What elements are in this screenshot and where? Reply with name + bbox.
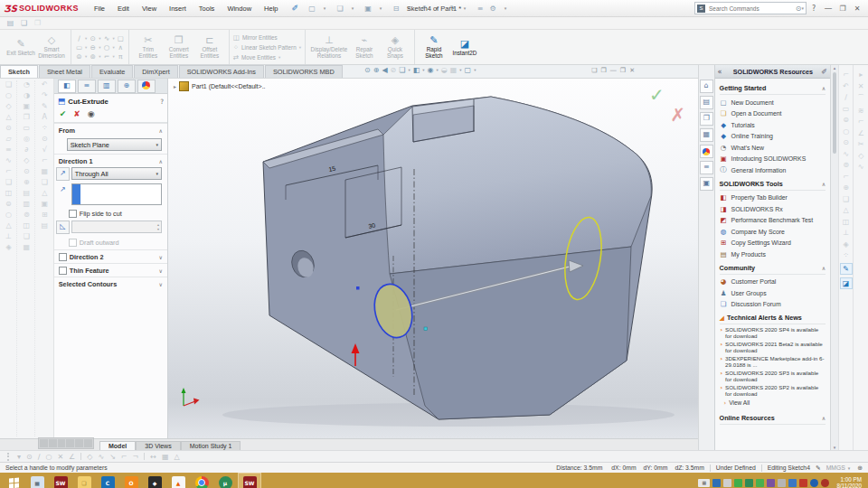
link-copy-settings-wizard[interactable]: ⊞Copy Settings Wizard — [719, 238, 827, 249]
tool-icon[interactable]: ◫ — [5, 189, 13, 197]
slot-tool-icon[interactable]: ⊖ — [89, 43, 97, 52]
tool-icon[interactable]: ∕ — [844, 93, 847, 101]
tool-icon[interactable]: ∿ — [858, 163, 864, 171]
displaymanager-tab[interactable]: ⊕ — [118, 80, 136, 93]
start-button[interactable] — [3, 474, 24, 488]
link-customer-portal[interactable]: ◕Customer Portal — [719, 277, 827, 288]
flyout-feature-tree[interactable]: ▸ Part1 (Default<<Default>.. — [174, 81, 266, 91]
news-item[interactable]: ›SOLIDWORKS 2020 SP2 is available for do… — [721, 384, 827, 397]
toolbar-grip[interactable] — [7, 453, 12, 461]
tool-icon[interactable]: ⊚ — [24, 211, 30, 219]
redo-dropdown-icon[interactable]: ▾ — [458, 5, 471, 11]
tool-icon[interactable]: ⊜ — [843, 116, 849, 124]
doc-minimize-icon[interactable]: ― — [610, 67, 617, 74]
view-orientation-icon[interactable]: ❏ — [399, 66, 405, 74]
minimize-button[interactable]: ― — [821, 5, 835, 13]
tray-icon[interactable] — [712, 479, 721, 487]
tool-icon[interactable]: ❏ — [24, 232, 30, 240]
pm-ok-icon[interactable]: ✔ — [60, 109, 67, 118]
file-explorer-icon[interactable]: ❐ — [700, 112, 713, 126]
rebuild-icon[interactable]: ≡ — [474, 5, 486, 13]
tool-icon[interactable]: ⊙ — [26, 453, 33, 461]
units-dropdown-icon[interactable]: ▾ — [848, 465, 851, 471]
tool-icon[interactable]: ❏ — [42, 178, 48, 186]
tool-icon[interactable]: △ — [844, 206, 849, 214]
tab-motion-study-1[interactable]: Motion Study 1 — [181, 441, 241, 450]
tray-icon[interactable] — [799, 479, 807, 487]
draft-outward-checkbox-row[interactable]: Draft outward — [54, 237, 167, 249]
tool-icon[interactable]: ⊙ — [42, 135, 48, 143]
previous-view-icon[interactable]: ◀ — [382, 66, 387, 74]
tool-icon[interactable]: ❏ — [843, 195, 849, 203]
tab-solidworks-add-ins[interactable]: SOLIDWORKS Add-Ins — [179, 65, 264, 78]
reverse-direction-icon[interactable]: ↗ — [56, 167, 70, 181]
tab-model[interactable]: Model — [99, 441, 136, 450]
menu-view[interactable]: View — [136, 5, 163, 13]
model-3d-view[interactable]: 15 30 — [168, 79, 698, 429]
end-condition-dropdown[interactable]: Through All ▾ — [71, 167, 162, 180]
tool-icon[interactable]: ⁘ — [42, 124, 48, 132]
screenshot-icon[interactable]: ▤ — [4, 19, 17, 27]
tool-icon[interactable]: ⌐ — [843, 173, 849, 181]
trim-entities-button[interactable]: ✂Trim Entities — [133, 34, 164, 59]
section-getting-started[interactable]: Getting Started∧ — [720, 84, 826, 95]
help-button[interactable]: ? — [807, 5, 821, 13]
taskbar-calculator[interactable]: ▦ — [26, 474, 48, 488]
pin-pane-icon[interactable]: ✐ — [821, 68, 827, 76]
view-settings-icon[interactable]: ▢ — [465, 66, 472, 74]
tool-icon[interactable]: ◇ — [24, 156, 29, 164]
taskbar-clock[interactable]: 1:00 PM 8/11/2020 — [836, 476, 864, 488]
tool-icon[interactable]: ◈ — [844, 240, 849, 249]
tool-icon[interactable]: ¬ — [133, 453, 139, 461]
tool-icon[interactable]: ✕ — [858, 82, 864, 90]
tray-icon[interactable] — [756, 479, 764, 487]
search-dropdown-icon[interactable]: ▾ — [801, 5, 804, 11]
doc-maximize-icon[interactable]: ❐ — [620, 67, 626, 74]
tab-evaluate[interactable]: Evaluate — [91, 65, 133, 78]
draft-outward-checkbox[interactable] — [69, 239, 77, 247]
tool-icon[interactable]: ◫ — [24, 221, 31, 230]
tool-icon[interactable]: △ — [175, 453, 180, 461]
taskbar-file-explorer[interactable]: ❏ — [73, 474, 95, 488]
scroll-down-icon[interactable]: ▾ — [834, 445, 836, 450]
display-style-icon[interactable]: ◧ — [413, 66, 420, 74]
taskbar-solidworks-2016[interactable]: SW — [50, 474, 71, 488]
tool-icon[interactable]: ∠ — [858, 129, 864, 137]
tool-icon[interactable]: √ — [42, 145, 47, 154]
undo-icon[interactable]: ↶ — [418, 5, 430, 13]
news-item[interactable]: ›SOLIDWORKS 2020 SP3 is available for do… — [721, 370, 827, 382]
parabola-tool-icon[interactable]: ⊜ — [75, 52, 83, 61]
sketch-point-cyan[interactable] — [424, 327, 428, 331]
options-gear-icon[interactable]: ⚙ — [486, 5, 499, 13]
link-my-products[interactable]: ▤My Products — [719, 249, 827, 260]
tool-icon[interactable]: ▦ — [42, 167, 49, 175]
spline-tool-icon[interactable]: ∧ — [117, 43, 125, 52]
taskbar-solidworks-active[interactable]: SW — [238, 473, 261, 488]
direction2-section-header[interactable]: Direction 2 ∨ — [54, 249, 167, 263]
tool-icon[interactable]: ↶ — [42, 80, 48, 89]
options-dropdown-icon[interactable]: ▾ — [499, 5, 512, 11]
tool-icon[interactable]: ↘ — [109, 453, 116, 461]
tool-icon[interactable]: ▦ — [24, 243, 31, 251]
tray-icon[interactable] — [734, 479, 742, 487]
confirm-cancel-icon[interactable]: ✗ — [670, 104, 685, 126]
circle-tool-icon[interactable]: ⊙ — [89, 34, 97, 42]
flip-side-checkbox[interactable] — [69, 210, 77, 218]
arc-tool-icon[interactable]: ∿ — [103, 34, 111, 42]
tool-icon[interactable]: ⊙ — [5, 124, 12, 132]
tool-icon[interactable]: ▦ — [162, 453, 169, 461]
tool-icon[interactable]: ⊕ — [843, 183, 849, 192]
section-community[interactable]: Community∧ — [720, 264, 826, 275]
hide-show-items-icon[interactable]: ◉ — [428, 66, 434, 74]
tray-icon[interactable] — [767, 479, 775, 487]
tool-icon[interactable]: ✂ — [858, 140, 864, 148]
section-technical-alerts[interactable]: ◢Technical Alerts & News — [720, 314, 826, 324]
tool-icon[interactable]: ∿ — [98, 453, 104, 461]
tool-icon[interactable]: ⌐ — [843, 70, 849, 79]
tool-icon[interactable]: ⊚ — [843, 161, 849, 169]
link-performance-benchmark[interactable]: ◩Performance Benchmark Test — [719, 215, 827, 227]
close-button[interactable]: ✕ — [850, 5, 864, 13]
doc-close-icon[interactable]: ✕ — [629, 67, 635, 74]
menu-help[interactable]: Help — [258, 5, 284, 13]
tray-icon[interactable] — [778, 479, 786, 487]
